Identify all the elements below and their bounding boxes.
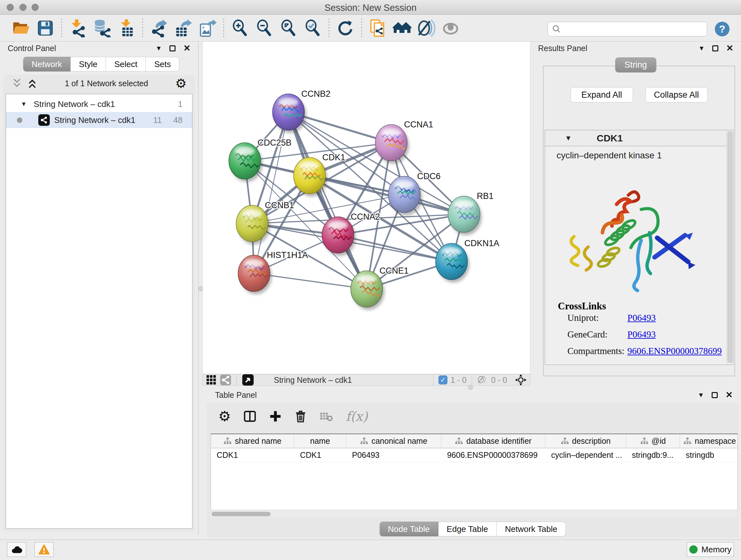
panel-float-icon[interactable]	[170, 45, 176, 51]
gear-icon[interactable]: ⚙	[175, 77, 187, 90]
birdseye-view-icon[interactable]	[242, 374, 254, 386]
export-image-icon[interactable]	[198, 18, 217, 38]
export-table-icon[interactable]	[173, 18, 193, 38]
tab-edge-table[interactable]: Edge Table	[439, 522, 497, 537]
zoom-selected-icon[interactable]	[303, 18, 323, 38]
zoom-in-icon[interactable]	[230, 18, 250, 38]
tab-network-table[interactable]: Network Table	[496, 522, 566, 537]
table-settings-gear-icon[interactable]: ⚙	[218, 409, 231, 423]
open-session-icon[interactable]	[11, 18, 31, 38]
column-header[interactable]: shared name	[211, 434, 294, 448]
crosslink-link[interactable]: P06493	[627, 313, 656, 323]
network-node[interactable]: CCNB2	[273, 89, 331, 133]
create-column-plus-icon[interactable]	[269, 410, 282, 423]
cell-description[interactable]: cyclin–dependent ...	[545, 448, 626, 462]
tab-select[interactable]: Select	[106, 57, 146, 71]
import-table-from-file-icon[interactable]	[117, 18, 136, 38]
network-node[interactable]: RB1	[448, 191, 494, 235]
column-header[interactable]: database identifier	[441, 434, 545, 448]
grid-view-icon[interactable]	[206, 374, 217, 385]
string-settings-houses-icon[interactable]	[392, 18, 412, 38]
network-collection-row[interactable]: ▼ String Network – cdk1 1	[6, 96, 192, 112]
panel-float-icon[interactable]	[712, 45, 718, 51]
network-node[interactable]: CDKN1A	[435, 239, 499, 283]
save-session-icon[interactable]	[36, 18, 55, 38]
column-header[interactable]: name	[294, 434, 346, 448]
tab-network[interactable]: Network	[23, 57, 71, 71]
cell-name[interactable]: CDK1	[294, 448, 346, 462]
cell-shared-name[interactable]: CDK1	[211, 448, 294, 462]
expand-all-icon[interactable]	[27, 77, 38, 89]
scrollbar-thumb[interactable]	[212, 512, 271, 516]
show-eye-icon[interactable]	[441, 18, 461, 38]
tree-expand-icon[interactable]: ▼	[21, 101, 27, 108]
results-scrollbar[interactable]	[727, 130, 733, 365]
splitter-handle[interactable]	[198, 287, 203, 291]
panel-menu-icon[interactable]: ▼	[698, 391, 704, 399]
column-header[interactable]: @id	[626, 434, 680, 448]
crosslink-link[interactable]: P06493	[627, 329, 656, 340]
panel-close-icon[interactable]: ✕	[725, 391, 733, 399]
network-node[interactable]: CCNA2	[322, 212, 380, 256]
crosslink-link[interactable]: 9606.ENSP00000378699	[627, 346, 722, 356]
column-header[interactable]: canonical name	[346, 434, 441, 448]
refresh-icon[interactable]	[335, 18, 355, 38]
panel-close-icon[interactable]: ✕	[183, 44, 191, 53]
network-view-icon[interactable]	[220, 374, 231, 386]
cloud-status-button[interactable]	[7, 542, 26, 557]
panel-float-icon[interactable]	[712, 392, 718, 398]
tab-sets[interactable]: Sets	[146, 57, 179, 71]
scrollbar-thumb[interactable]	[728, 131, 732, 363]
function-builder-icon[interactable]: f(x)	[346, 409, 367, 424]
cell-namespace[interactable]: stringdb	[680, 448, 738, 462]
memory-button[interactable]: Memory	[687, 542, 734, 557]
column-header[interactable]: description	[545, 434, 626, 448]
expand-all-button[interactable]: Expand All	[570, 87, 633, 103]
warning-status-button[interactable]	[35, 542, 54, 557]
network-edge[interactable]	[254, 112, 288, 273]
tab-node-table[interactable]: Node Table	[380, 522, 439, 537]
panel-close-icon[interactable]: ✕	[726, 44, 733, 53]
hidden-eye-slash-icon[interactable]	[477, 375, 488, 385]
network-node[interactable]: HIST1H1A	[238, 250, 308, 294]
network-graph[interactable]: CCNB2CCNA1CDC25BCDK1CDC6RB1CCNB1CCNA2CDK…	[203, 42, 530, 374]
help-button[interactable]: ?	[715, 22, 730, 37]
network-row-selected[interactable]: String Network – cdk1 11 48	[6, 112, 192, 128]
collapse-all-icon[interactable]	[11, 77, 22, 89]
string-results-tab[interactable]: String	[615, 57, 657, 72]
network-canvas[interactable]: CCNB2CCNA1CDC25BCDK1CDC6RB1CCNB1CCNA2CDK…	[202, 42, 530, 374]
delete-table-icon[interactable]	[320, 410, 333, 423]
search-input[interactable]	[564, 23, 707, 36]
delete-column-trash-icon[interactable]	[294, 410, 307, 423]
panel-menu-icon[interactable]: ▼	[698, 45, 705, 52]
selected-checkbox[interactable]: ✓	[439, 375, 448, 384]
network-node[interactable]: CCNE1	[351, 266, 409, 310]
status-bar: Memory	[0, 540, 741, 560]
network-node[interactable]: CDC25B	[229, 138, 292, 182]
zoom-out-icon[interactable]	[254, 18, 274, 38]
panel-menu-icon[interactable]: ▼	[156, 45, 162, 52]
hide-glass-icon[interactable]	[416, 18, 436, 38]
network-node[interactable]: CCNA1	[375, 120, 433, 164]
table-horizontal-scrollbar[interactable]	[211, 511, 738, 517]
column-header[interactable]: namespace	[680, 434, 738, 448]
export-network-icon[interactable]	[149, 18, 169, 38]
table-row[interactable]: CDK1 CDK1 P06493 9606.ENSP00000378699 cy…	[211, 448, 738, 462]
center-view-icon[interactable]	[515, 374, 527, 386]
cell-id[interactable]: stringdb:9...	[626, 448, 680, 462]
show-columns-icon[interactable]	[243, 409, 257, 423]
import-network-from-file-icon[interactable]	[68, 18, 88, 38]
cell-canonical-name[interactable]: P06493	[346, 448, 441, 462]
search-field[interactable]	[548, 22, 707, 37]
node-result-header[interactable]: ▼ CDK1	[545, 130, 733, 146]
network-edge[interactable]	[288, 112, 367, 289]
crosslink-link[interactable]: 9606.ENSP00000378699	[627, 362, 722, 365]
tab-style[interactable]: Style	[71, 57, 106, 71]
import-network-from-database-icon[interactable]	[92, 18, 112, 38]
string-copy-network-icon[interactable]	[368, 18, 388, 38]
zoom-fit-icon[interactable]	[279, 18, 298, 38]
cell-database-identifier[interactable]: 9606.ENSP00000378699	[441, 448, 545, 462]
collapse-all-button[interactable]: Collapse All	[645, 87, 708, 103]
section-collapse-icon[interactable]: ▼	[565, 134, 572, 142]
network-node[interactable]: CDC6	[388, 172, 441, 215]
